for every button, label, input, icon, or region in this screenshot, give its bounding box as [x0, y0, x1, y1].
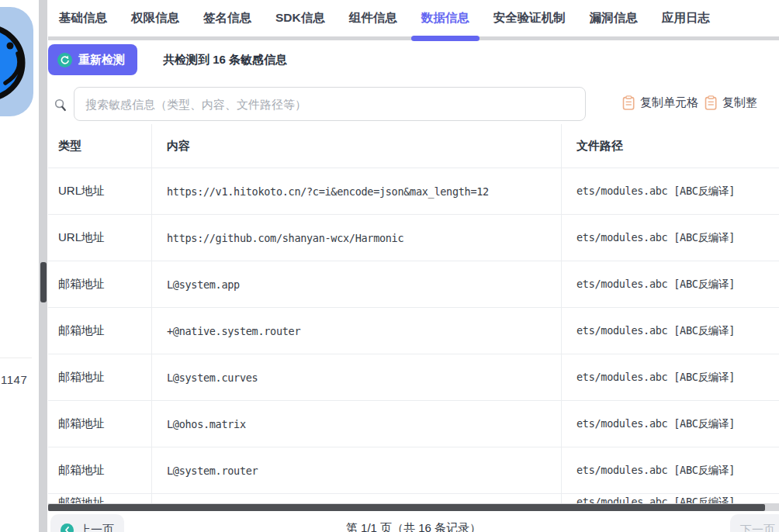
- horizontal-scrollbar-track[interactable]: [48, 503, 779, 511]
- toolbar: 重新检测 共检测到 16 条敏感信息: [48, 44, 287, 75]
- table-row[interactable]: URL地址 https://github.com/shanyan-wcx/Har…: [48, 214, 779, 261]
- rescan-button[interactable]: 重新检测: [48, 44, 137, 75]
- next-page-button[interactable]: 下一页: [730, 514, 779, 532]
- tab-bar: 基础信息 权限信息 签名信息 SDK信息 组件信息 数据信息 安全验证机制 漏洞…: [48, 0, 779, 42]
- cell-content[interactable]: L@ohos.matrix: [152, 401, 562, 447]
- copy-row-button[interactable]: 复制整: [705, 95, 757, 110]
- cell-content[interactable]: https://v1.hitokoto.cn/?c=i&encode=json&…: [152, 168, 562, 214]
- search-input[interactable]: [74, 87, 586, 121]
- tab-security-verification[interactable]: 安全验证机制: [493, 0, 566, 42]
- page-info: 第 1/1 页（共 16 条记录）: [48, 521, 779, 532]
- table-row[interactable]: 邮箱地址 L@system.router ets/modules.abc [AB…: [48, 447, 779, 493]
- tab-basic-info[interactable]: 基础信息: [59, 0, 107, 42]
- table-row[interactable]: 邮箱地址 L@system.curves ets/modules.abc [AB…: [48, 354, 779, 400]
- pagination-bar: 上一页 第 1/1 页（共 16 条记录） 下一页: [48, 514, 779, 532]
- left-panel-partial: 1147 ): [0, 0, 39, 532]
- refresh-icon: [57, 53, 72, 67]
- cell-content[interactable]: +@native.system.router: [152, 308, 562, 354]
- horizontal-scrollbar-thumb[interactable]: [48, 504, 765, 511]
- cell-type[interactable]: 邮箱地址: [48, 447, 152, 493]
- table-header-row: 类型 内容 文件路径: [48, 124, 779, 168]
- cell-path[interactable]: ets/modules.abc [ABC反编译]: [562, 308, 779, 354]
- cell-type[interactable]: 邮箱地址: [48, 261, 152, 307]
- cell-type[interactable]: URL地址: [48, 215, 152, 261]
- cell-path[interactable]: ets/modules.abc [ABC反编译]: [562, 215, 779, 261]
- cell-content[interactable]: L@system.router: [152, 447, 562, 493]
- column-header-path: 文件路径: [562, 124, 779, 168]
- left-panel-partial-number: 1147: [1, 373, 27, 386]
- clipboard-icon: [705, 95, 718, 110]
- app-logo-icon: [0, 3, 36, 121]
- tab-sdk-info[interactable]: SDK信息: [275, 0, 325, 42]
- clipboard-icon: [622, 95, 635, 110]
- column-header-content: 内容: [152, 124, 562, 168]
- tab-app-log[interactable]: 应用日志: [662, 0, 710, 42]
- cell-path[interactable]: ets/modules.abc [ABC反编译]: [562, 261, 779, 307]
- rescan-button-label: 重新检测: [78, 53, 125, 67]
- copy-row-label: 复制整: [722, 95, 757, 110]
- tab-vulnerability-info[interactable]: 漏洞信息: [590, 0, 638, 42]
- cell-type[interactable]: 邮箱地址: [48, 401, 152, 447]
- table-row[interactable]: 邮箱地址 +@native.system.router ets/modules.…: [48, 307, 779, 354]
- table-row[interactable]: 邮箱地址 L@system.app ets/modules.abc [ABC反编…: [48, 261, 779, 307]
- cell-path[interactable]: ets/modules.abc [ABC反编译]: [562, 447, 779, 493]
- sensitive-info-table: 类型 内容 文件路径 URL地址 https://v1.hitokoto.cn/…: [48, 124, 779, 508]
- cell-content[interactable]: L@system.app: [152, 261, 562, 307]
- copy-cell-label: 复制单元格: [640, 95, 698, 110]
- copy-cell-button[interactable]: 复制单元格: [622, 95, 698, 110]
- tab-permission-info[interactable]: 权限信息: [131, 0, 179, 42]
- table-row[interactable]: URL地址 https://v1.hitokoto.cn/?c=i&encode…: [48, 168, 779, 214]
- left-panel-divider: [0, 358, 32, 358]
- vertical-scrollbar-thumb[interactable]: [40, 262, 47, 302]
- cell-path[interactable]: ets/modules.abc [ABC反编译]: [562, 354, 779, 400]
- tab-component-info[interactable]: 组件信息: [349, 0, 397, 42]
- cell-content[interactable]: https://github.com/shanyan-wcx/Harmonic: [152, 215, 562, 261]
- tab-signature-info[interactable]: 签名信息: [203, 0, 251, 42]
- detection-summary: 共检测到 16 条敏感信息: [163, 53, 287, 67]
- tab-data-info[interactable]: 数据信息: [421, 0, 469, 42]
- cell-path[interactable]: ets/modules.abc [ABC反编译]: [562, 168, 779, 214]
- cell-type[interactable]: 邮箱地址: [48, 308, 152, 354]
- cell-content[interactable]: L@system.curves: [152, 354, 562, 400]
- data-info-panel: 基础信息 权限信息 签名信息 SDK信息 组件信息 数据信息 安全验证机制 漏洞…: [48, 0, 779, 532]
- next-page-label: 下一页: [740, 523, 775, 532]
- column-header-type: 类型: [48, 124, 152, 168]
- cell-type[interactable]: URL地址: [48, 168, 152, 214]
- search-icon: [54, 98, 67, 112]
- search-row: 复制单元格 复制整: [48, 87, 779, 121]
- cell-type[interactable]: 邮箱地址: [48, 354, 152, 400]
- table-row[interactable]: 邮箱地址 L@ohos.matrix ets/modules.abc [ABC反…: [48, 400, 779, 447]
- cell-path[interactable]: ets/modules.abc [ABC反编译]: [562, 401, 779, 447]
